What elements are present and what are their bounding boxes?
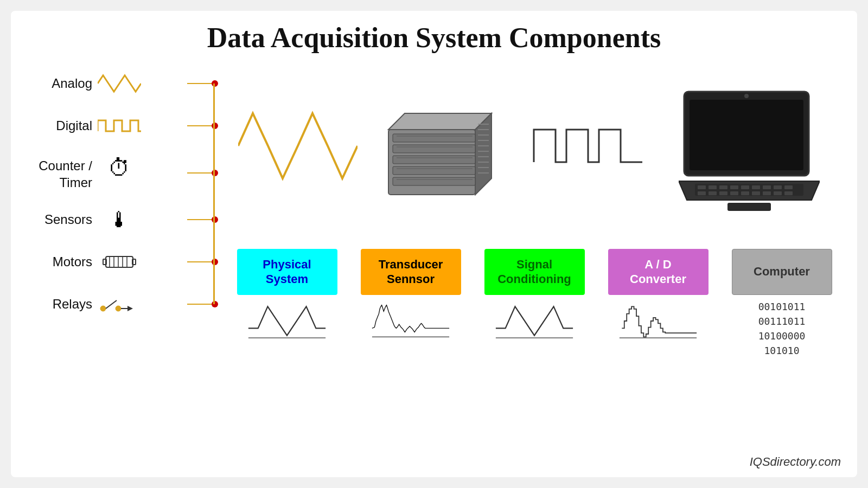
signal-item-sensors: Sensors 🌡 — [27, 206, 228, 233]
counter-label: Counter /Timer — [27, 157, 92, 191]
signal-item-analog: Analog — [27, 70, 228, 97]
motor-icon — [98, 248, 141, 275]
transducer-sensor-component: TransducerSennsor — [356, 249, 465, 343]
signal-conditioning-box: SignalConditioning — [484, 249, 585, 295]
svg-rect-45 — [741, 185, 749, 189]
svg-rect-55 — [752, 191, 760, 195]
middle-section: PhysicalSystem TransducerSennsor — [228, 70, 846, 460]
svg-rect-44 — [730, 185, 738, 189]
transducer-box: TransducerSennsor — [361, 249, 461, 295]
svg-rect-18 — [393, 156, 475, 164]
svg-rect-16 — [393, 134, 475, 142]
hardware-chassis — [378, 97, 497, 216]
physical-system-label: PhysicalSystem — [263, 258, 311, 286]
vertical-connector-line — [213, 84, 215, 304]
transducer-label: TransducerSennsor — [379, 258, 443, 286]
digital-label: Digital — [27, 118, 92, 134]
ad-converter-component: A / DConverter — [604, 249, 712, 343]
main-container: Data Acquisition System Components Analo… — [11, 11, 857, 477]
signal-conditioning-label: SignalConditioning — [497, 258, 571, 286]
svg-rect-59 — [727, 203, 771, 211]
svg-rect-43 — [719, 185, 727, 189]
svg-rect-49 — [784, 185, 793, 189]
signal-item-motors: Motors — [27, 248, 228, 275]
top-visuals — [228, 70, 846, 243]
bottom-component-boxes: PhysicalSystem TransducerSennsor — [228, 243, 846, 358]
motors-label: Motors — [27, 254, 92, 270]
computer-label: Computer — [754, 265, 810, 279]
relay-icon — [98, 291, 141, 318]
svg-rect-56 — [763, 191, 771, 195]
stopwatch-icon: ⏱ — [98, 155, 141, 182]
signal-conditioning-wave — [491, 299, 578, 343]
relays-label: Relays — [27, 297, 92, 312]
computer-component: Computer 00101011 00111011 10100000 1010… — [727, 249, 836, 358]
physical-system-box: PhysicalSystem — [237, 249, 337, 295]
svg-point-10 — [116, 306, 121, 311]
svg-rect-19 — [393, 166, 475, 175]
svg-rect-2 — [132, 259, 136, 265]
svg-rect-48 — [774, 185, 782, 189]
svg-rect-53 — [730, 191, 738, 195]
physical-system-wave — [244, 299, 330, 343]
large-sine-wave — [238, 102, 358, 211]
signal-item-relays: Relays — [27, 291, 228, 318]
page-title: Data Acquisition System Components — [22, 22, 846, 54]
content-area: Analog Digital — [22, 70, 846, 460]
sensors-label: Sensors — [27, 212, 92, 228]
svg-marker-14 — [388, 113, 492, 130]
svg-rect-54 — [741, 191, 749, 195]
ad-converter-wave — [615, 299, 701, 343]
svg-rect-17 — [393, 145, 475, 153]
computer-box: Computer — [732, 249, 832, 295]
svg-rect-38 — [690, 100, 803, 170]
laptop-icon — [679, 86, 820, 227]
svg-rect-57 — [774, 191, 782, 195]
ad-converter-box: A / DConverter — [608, 249, 709, 295]
signal-conditioning-component: SignalConditioning — [480, 249, 589, 343]
signal-list: Analog Digital — [22, 70, 228, 318]
svg-point-8 — [100, 306, 106, 311]
svg-rect-1 — [103, 259, 106, 265]
svg-rect-51 — [709, 191, 717, 195]
svg-rect-20 — [393, 177, 475, 185]
ad-converter-label: A / DConverter — [630, 258, 686, 286]
svg-rect-46 — [752, 185, 760, 189]
digital-wave-icon — [98, 112, 141, 139]
physical-system-component: PhysicalSystem — [233, 249, 341, 343]
svg-marker-12 — [127, 306, 133, 311]
signal-item-counter: Counter /Timer ⏱ — [27, 155, 228, 191]
thermometer-icon: 🌡 — [98, 206, 141, 233]
left-panel: Analog Digital — [22, 70, 228, 460]
svg-rect-42 — [709, 185, 717, 189]
digital-output-wave — [528, 113, 648, 200]
analog-label: Analog — [27, 76, 92, 92]
transducer-wave — [367, 299, 454, 343]
svg-rect-41 — [698, 185, 706, 189]
watermark: IQSdirectory.com — [750, 455, 841, 469]
svg-rect-50 — [698, 191, 706, 195]
svg-rect-47 — [763, 185, 771, 189]
analog-wave-icon — [98, 70, 141, 97]
binary-data: 00101011 00111011 10100000 101010 — [758, 299, 806, 358]
svg-point-37 — [744, 94, 749, 98]
svg-rect-58 — [784, 191, 793, 195]
signal-item-digital: Digital — [27, 112, 228, 139]
svg-rect-52 — [719, 191, 727, 195]
svg-line-9 — [106, 300, 117, 309]
